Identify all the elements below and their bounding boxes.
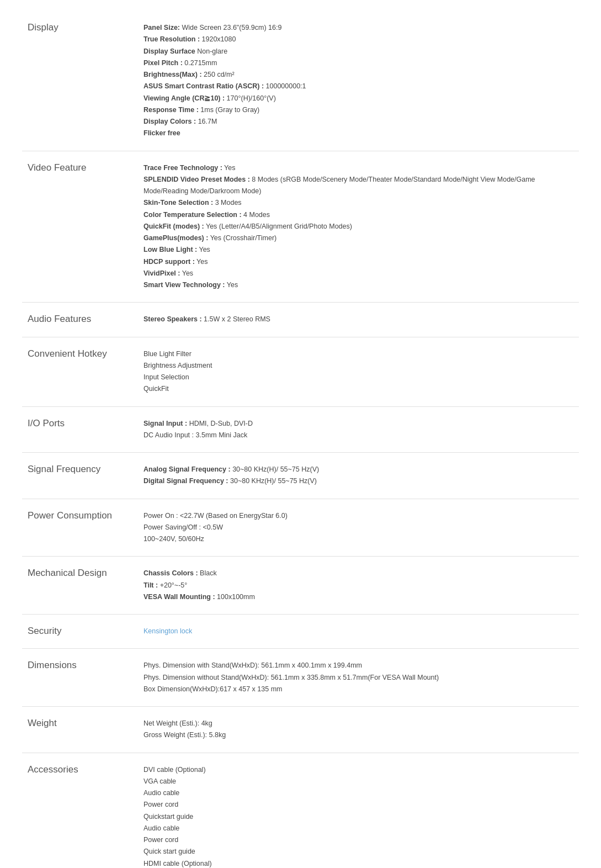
spec-detail-line: QuickFit (modes) : Yes (Letter/A4/B5/Ali… <box>143 221 573 232</box>
spec-detail-val: Yes <box>225 281 238 289</box>
spec-detail-line: Skin-Tone Selection : 3 Modes <box>143 197 573 209</box>
spec-label: Convenient Hotkey <box>22 337 138 406</box>
spec-detail-line: DVI cable (Optional) <box>143 764 573 776</box>
spec-detail-line: Brightness(Max) : 250 cd/m² <box>143 69 573 81</box>
spec-detail-line: Pixel Pitch : 0.2715mm <box>143 57 573 69</box>
spec-detail-key: Flicker free <box>143 129 180 137</box>
spec-detail-val: HDMI, D-Sub, DVI-D <box>187 420 253 427</box>
spec-detail-key: Stereo Speakers : <box>143 315 202 323</box>
spec-detail-key: QuickFit (modes) : <box>143 223 204 230</box>
spec-detail-key: Pixel Pitch : <box>143 59 183 67</box>
spec-detail-line: Response Time : 1ms (Gray to Gray) <box>143 104 573 116</box>
spec-detail-key: VividPixel : <box>143 269 180 277</box>
spec-detail-key: Tilt : <box>143 581 158 589</box>
spec-label: Accessories <box>22 753 138 868</box>
spec-detail-line: Audio cable <box>143 787 573 799</box>
spec-detail-line: Power On : <22.7W (Based on EnergyStar 6… <box>143 510 573 522</box>
spec-detail-line: Chassis Colors : Black <box>143 568 573 579</box>
spec-row: DisplayPanel Size: Wide Screen 23.6"(59.… <box>22 11 579 151</box>
spec-detail-key: GamePlus(modes) : <box>143 234 208 242</box>
spec-detail-line: Blue Light Filter <box>143 348 573 360</box>
spec-detail-link[interactable]: Kensington lock <box>143 627 192 635</box>
spec-detail-key: Panel Size: <box>143 24 180 31</box>
spec-detail-line: Color Temperature Selection : 4 Modes <box>143 209 573 221</box>
spec-label: Power Consumption <box>22 499 138 557</box>
spec-label: Security <box>22 615 138 649</box>
spec-detail-key: Viewing Angle (CR≧10) : <box>143 94 225 102</box>
spec-detail-val: 100x100mm <box>215 593 255 601</box>
spec-detail-line: GamePlus(modes) : Yes (Crosshair/Timer) <box>143 232 573 244</box>
spec-label: Mechanical Design <box>22 557 138 615</box>
spec-label: I/O Ports <box>22 406 138 453</box>
spec-detail-val: Wide Screen 23.6"(59.9cm) 16:9 <box>180 24 281 31</box>
spec-value: DVI cable (Optional)VGA cableAudio cable… <box>138 753 579 868</box>
spec-detail-key: Skin-Tone Selection : <box>143 199 213 207</box>
spec-row: Video FeatureTrace Free Technology : Yes… <box>22 151 579 303</box>
spec-detail-val: 16.7M <box>196 118 217 125</box>
spec-detail-line: DC Audio Input : 3.5mm Mini Jack <box>143 430 573 441</box>
spec-table: DisplayPanel Size: Wide Screen 23.6"(59.… <box>22 11 579 868</box>
spec-detail-line: Power cord <box>143 834 573 846</box>
spec-row: Power ConsumptionPower On : <22.7W (Base… <box>22 499 579 557</box>
spec-detail-line: Analog Signal Frequency : 30~80 KHz(H)/ … <box>143 464 573 475</box>
spec-detail-line: Net Weight (Esti.): 4kg <box>143 718 573 729</box>
spec-value: Phys. Dimension with Stand(WxHxD): 561.1… <box>138 649 579 707</box>
spec-detail-val: 1.5W x 2 Stereo RMS <box>202 315 270 323</box>
spec-value: Blue Light FilterBrightness AdjustmentIn… <box>138 337 579 406</box>
spec-detail-key: Digital Signal Frequency : <box>143 477 228 485</box>
spec-detail-val: 1920x1080 <box>200 35 236 43</box>
spec-detail-line: HDMI cable (Optional) <box>143 858 573 869</box>
spec-detail-line: VGA cable <box>143 776 573 787</box>
spec-label: Weight <box>22 707 138 753</box>
spec-detail-line: Trace Free Technology : Yes <box>143 162 573 174</box>
spec-label: Dimensions <box>22 649 138 707</box>
spec-detail-key: SPLENDID Video Preset Modes : <box>143 176 250 183</box>
spec-detail-key: Brightness(Max) : <box>143 71 202 78</box>
spec-row: Audio FeaturesStereo Speakers : 1.5W x 2… <box>22 303 579 337</box>
spec-detail-key: Display Surface <box>143 47 195 55</box>
spec-value: Analog Signal Frequency : 30~80 KHz(H)/ … <box>138 453 579 499</box>
spec-label: Signal Frequency <box>22 453 138 499</box>
spec-detail-val: Yes <box>180 269 193 277</box>
spec-detail-val: Yes (Letter/A4/B5/Alignment Grid/Photo M… <box>204 223 352 230</box>
spec-detail-val: 0.2715mm <box>183 59 217 67</box>
spec-detail-key: Signal Input : <box>143 420 187 427</box>
spec-detail-key: Analog Signal Frequency : <box>143 465 231 473</box>
spec-label: Audio Features <box>22 303 138 337</box>
spec-detail-line: True Resolution : 1920x1080 <box>143 34 573 45</box>
spec-row: Convenient HotkeyBlue Light FilterBright… <box>22 337 579 406</box>
spec-detail-line: SPLENDID Video Preset Modes : 8 Modes (s… <box>143 174 573 198</box>
spec-row: SecurityKensington lock <box>22 615 579 649</box>
spec-value: Power On : <22.7W (Based on EnergyStar 6… <box>138 499 579 557</box>
spec-detail-line: Display Colors : 16.7M <box>143 116 573 128</box>
spec-detail-line: Quickstart guide <box>143 811 573 823</box>
spec-detail-line: Low Blue Light : Yes <box>143 244 573 256</box>
spec-detail-key: Smart View Technology : <box>143 281 225 289</box>
spec-detail-val: 30~80 KHz(H)/ 55~75 Hz(V) <box>228 477 317 485</box>
spec-value: Kensington lock <box>138 615 579 649</box>
spec-detail-val: Yes <box>195 258 208 266</box>
spec-detail-line: Flicker free <box>143 128 573 139</box>
spec-detail-line: Box Dimension(WxHxD):617 x 457 x 135 mm <box>143 684 573 695</box>
spec-row: I/O PortsSignal Input : HDMI, D-Sub, DVI… <box>22 406 579 453</box>
spec-row: AccessoriesDVI cable (Optional)VGA cable… <box>22 753 579 868</box>
spec-detail-line: 100~240V, 50/60Hz <box>143 533 573 545</box>
spec-label: Display <box>22 11 138 151</box>
spec-detail-val: Yes (Crosshair/Timer) <box>208 234 276 242</box>
spec-label: Video Feature <box>22 151 138 303</box>
spec-detail-val: 3 Modes <box>213 199 241 207</box>
spec-detail-key: Display Colors : <box>143 118 196 125</box>
spec-value: Panel Size: Wide Screen 23.6"(59.9cm) 16… <box>138 11 579 151</box>
spec-detail-line: VividPixel : Yes <box>143 268 573 279</box>
spec-row: WeightNet Weight (Esti.): 4kgGross Weigh… <box>22 707 579 753</box>
spec-detail-line: Stereo Speakers : 1.5W x 2 Stereo RMS <box>143 314 573 325</box>
spec-detail-line: Audio cable <box>143 823 573 834</box>
spec-detail-val: Black <box>198 569 217 577</box>
spec-detail-line: Signal Input : HDMI, D-Sub, DVI-D <box>143 418 573 430</box>
spec-detail-line: Power cord <box>143 799 573 811</box>
spec-value: Signal Input : HDMI, D-Sub, DVI-DDC Audi… <box>138 406 579 453</box>
spec-detail-line: Quick start guide <box>143 846 573 858</box>
spec-detail-line: Input Selection <box>143 372 573 383</box>
spec-detail-val: 1ms (Gray to Gray) <box>199 106 259 114</box>
spec-value: Stereo Speakers : 1.5W x 2 Stereo RMS <box>138 303 579 337</box>
